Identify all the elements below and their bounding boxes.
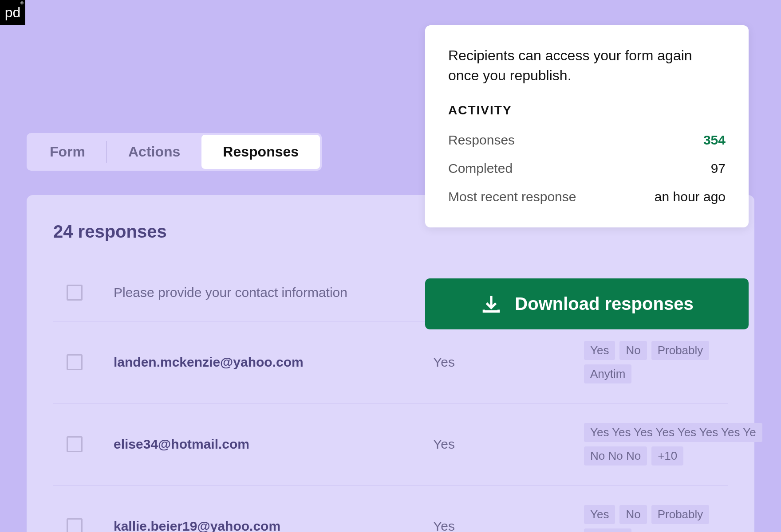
tag: No xyxy=(619,341,647,360)
row-email: kallie.beier19@yahoo.com xyxy=(114,519,433,532)
tab-actions[interactable]: Actions xyxy=(107,135,201,169)
download-button-label: Download responses xyxy=(515,294,693,314)
row-tags: Yes Yes Yes Yes Yes Yes Yes Ye No No No … xyxy=(584,423,762,466)
activity-description: Recipients can access your form again on… xyxy=(448,46,726,86)
stat-label: Responses xyxy=(448,133,515,148)
row-tags: Yes No Probably Anytim xyxy=(584,505,728,532)
table-row: landen.mckenzie@yahoo.com Yes Yes No Pro… xyxy=(53,321,728,403)
responses-panel: 24 responses Please provide your contact… xyxy=(27,195,754,532)
stat-completed: Completed 97 xyxy=(448,161,726,176)
row-checkbox[interactable] xyxy=(67,354,83,370)
table-row: elise34@hotmail.com Yes Yes Yes Yes Yes … xyxy=(53,403,728,485)
column-header-contact: Please provide your contact information xyxy=(114,285,347,300)
table-row: kallie.beier19@yahoo.com Yes Yes No Prob… xyxy=(53,485,728,532)
tag: Probably xyxy=(651,505,710,524)
tag: +10 xyxy=(651,446,683,466)
stat-value: 354 xyxy=(703,133,726,148)
activity-card: Recipients can access your form again on… xyxy=(425,25,749,227)
row-email: landen.mckenzie@yahoo.com xyxy=(114,355,433,370)
activity-heading: ACTIVITY xyxy=(448,103,726,117)
stat-label: Completed xyxy=(448,161,513,176)
download-icon xyxy=(480,293,502,315)
stat-label: Most recent response xyxy=(448,189,576,204)
row-answer: Yes xyxy=(433,355,584,370)
select-all-checkbox[interactable] xyxy=(67,285,83,301)
download-responses-button[interactable]: Download responses xyxy=(425,278,749,329)
tag: Anytim xyxy=(584,364,631,383)
row-checkbox[interactable] xyxy=(67,436,83,452)
tag: Probably xyxy=(651,341,710,360)
row-answer: Yes xyxy=(433,519,584,532)
tag: No No No xyxy=(584,446,647,466)
stat-recent: Most recent response an hour ago xyxy=(448,189,726,204)
tabs-bar: Form Actions Responses xyxy=(27,133,322,171)
tag: Yes xyxy=(584,341,615,360)
stat-responses: Responses 354 xyxy=(448,133,726,148)
row-tags: Yes No Probably Anytim xyxy=(584,341,728,383)
row-email: elise34@hotmail.com xyxy=(114,437,433,452)
tag: No xyxy=(619,505,647,524)
stat-value: an hour ago xyxy=(655,189,726,204)
row-answer: Yes xyxy=(433,437,584,452)
tab-responses[interactable]: Responses xyxy=(201,135,320,169)
tag: Anytim xyxy=(584,528,631,532)
tag: Yes Yes Yes Yes Yes Yes Yes Ye xyxy=(584,423,762,442)
tab-form[interactable]: Form xyxy=(28,135,106,169)
row-checkbox[interactable] xyxy=(67,518,83,532)
stat-value: 97 xyxy=(711,161,726,176)
tag: Yes xyxy=(584,505,615,524)
